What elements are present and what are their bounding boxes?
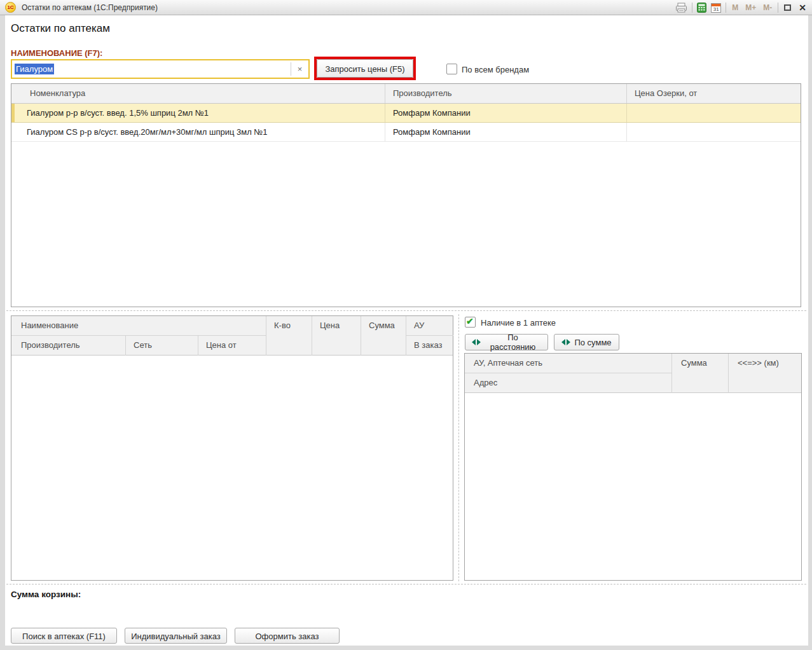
column-header-sum[interactable]: Сумма — [361, 316, 406, 356]
column-header-nomenclature[interactable]: Номенклатура — [11, 84, 385, 103]
basket-sum-label: Сумма корзины: — [11, 590, 81, 599]
titlebar-separator — [726, 3, 726, 13]
page-title: Остатки по аптекам — [11, 22, 110, 35]
window-title: Остатки по аптекам (1С:Предприятие) — [22, 0, 158, 15]
app-window: 1С Остатки по аптекам (1С:Предприятие) — [0, 0, 812, 650]
pharmacies-table-header: АУ, Аптечная сеть Сумма <<=>> (км) Адрес — [465, 354, 801, 393]
vertical-splitter[interactable] — [458, 314, 459, 581]
cell-manufacturer: Ромфарм Компании — [385, 123, 627, 141]
titlebar-buttons: 31 M M+ M- ✕ — [675, 0, 808, 15]
sort-by-sum-label: По сумме — [574, 338, 611, 347]
horizontal-splitter[interactable] — [6, 310, 806, 311]
all-brands-checkbox[interactable] — [446, 64, 457, 74]
column-header-name[interactable]: Наименование — [11, 316, 266, 336]
clear-input-icon[interactable]: × — [291, 64, 308, 74]
products-table: Номенклатура Производитель Цена Озерки, … — [11, 83, 801, 307]
double-arrow-icon — [472, 339, 481, 345]
checkout-button[interactable]: Оформить заказ — [235, 628, 340, 644]
cell-nomenclature: Гиалуром CS р-р в/суст. введ.20мг/мл+30м… — [11, 123, 385, 141]
column-header-price[interactable]: Цена Озерки, от — [627, 84, 801, 103]
titlebar: 1С Остатки по аптекам (1С:Предприятие) — [0, 0, 812, 15]
availability-checkbox[interactable]: ✔ — [465, 317, 476, 328]
window-frame-right — [808, 15, 812, 650]
print-icon[interactable] — [675, 3, 687, 13]
calendar-icon[interactable]: 31 — [711, 3, 721, 13]
sort-by-distance-label: По расстоянию — [485, 333, 541, 352]
name-filter-label: НАИМЕНОВАНИЕ (F7): — [11, 48, 102, 58]
sort-by-distance-button[interactable]: По расстоянию — [465, 334, 548, 350]
titlebar-separator — [692, 3, 692, 13]
search-in-pharmacies-button[interactable]: Поиск в аптеках (F11) — [11, 628, 117, 644]
double-arrow-icon — [561, 339, 570, 345]
window-frame-bottom — [0, 646, 812, 650]
search-input-value: Гиалуром — [15, 64, 54, 74]
highlight-rectangle: Запросить цены (F5) — [314, 57, 416, 80]
basket-table: Наименование К-во Цена Сумма АУ Производ… — [11, 315, 453, 581]
availability-label: Наличие в 1 аптеке — [481, 318, 556, 328]
column-header-address[interactable]: Адрес — [465, 373, 672, 393]
basket-table-header: Наименование К-во Цена Сумма АУ Производ… — [11, 316, 453, 356]
products-table-header: Номенклатура Производитель Цена Озерки, … — [11, 84, 801, 104]
column-header-distance-km[interactable]: <<=>> (км) — [729, 354, 801, 393]
pharmacies-table: АУ, Аптечная сеть Сумма <<=>> (км) Адрес — [464, 353, 802, 581]
close-icon[interactable]: ✕ — [797, 3, 808, 13]
window-frame-left — [0, 15, 5, 650]
column-header-manufacturer[interactable]: Производитель — [385, 84, 627, 103]
titlebar-separator — [778, 3, 778, 13]
cell-price — [627, 123, 801, 141]
all-brands-label: По всем брендам — [462, 65, 529, 74]
column-header-price-from[interactable]: Цена от — [198, 336, 266, 356]
cell-price — [627, 104, 801, 122]
individual-order-button[interactable]: Индивидуальный заказ — [125, 628, 227, 644]
cell-nomenclature: Гиалуром р-р в/суст. введ. 1,5% шприц 2м… — [11, 104, 385, 122]
name-search-input[interactable]: Гиалуром × — [11, 59, 310, 79]
column-header-au-chain[interactable]: АУ, Аптечная сеть — [465, 354, 672, 373]
column-header-manufacturer[interactable]: Производитель — [11, 336, 126, 356]
memory-m-minus-button[interactable]: M- — [762, 3, 773, 12]
horizontal-splitter[interactable] — [6, 584, 806, 584]
memory-m-plus-button[interactable]: M+ — [744, 3, 757, 12]
calculator-icon[interactable] — [697, 3, 706, 13]
table-row[interactable]: Гиалуром р-р в/суст. введ. 1,5% шприц 2м… — [11, 104, 801, 123]
calendar-icon-day: 31 — [712, 6, 720, 12]
column-header-chain[interactable]: Сеть — [126, 336, 198, 356]
column-header-price[interactable]: Цена — [312, 316, 361, 356]
maximize-icon[interactable] — [784, 4, 791, 11]
cell-manufacturer: Ромфарм Компании — [385, 104, 627, 122]
1c-logo-icon: 1С — [5, 2, 16, 13]
column-header-au[interactable]: АУ — [406, 316, 453, 336]
column-header-sum[interactable]: Сумма — [672, 354, 729, 393]
memory-m-button[interactable]: M — [731, 3, 740, 12]
request-prices-button[interactable]: Запросить цены (F5) — [317, 59, 413, 78]
column-header-in-order[interactable]: В заказ — [406, 336, 453, 356]
checkmark-icon: ✔ — [466, 316, 475, 326]
table-row[interactable]: Гиалуром CS р-р в/суст. введ.20мг/мл+30м… — [11, 123, 801, 142]
sort-by-sum-button[interactable]: По сумме — [554, 334, 619, 350]
column-header-qty[interactable]: К-во — [266, 316, 312, 356]
